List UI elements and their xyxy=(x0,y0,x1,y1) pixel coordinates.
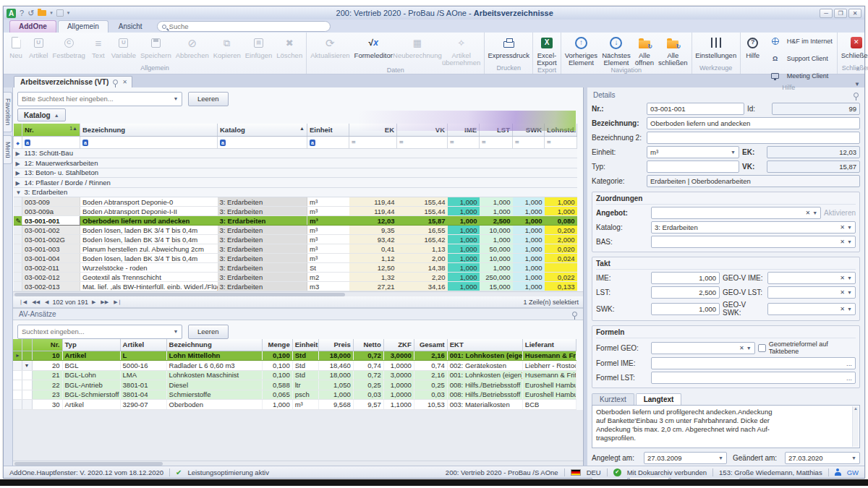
cell-ek[interactable]: 27,21 xyxy=(349,282,397,291)
av-column-header-lieferant[interactable]: Lieferant xyxy=(522,339,576,351)
cell-einheit[interactable]: m³ xyxy=(307,207,349,216)
ribbon-button-expressdruck[interactable]: Expressdruck xyxy=(486,33,531,64)
cell-bezeichnung[interactable]: Boden lösen, laden BK 3/4 T bis 0,4m xyxy=(80,235,218,244)
collapse-icon[interactable]: ▼ xyxy=(22,361,32,371)
combo-dropdown-icon[interactable]: ▼ xyxy=(170,329,182,334)
tab-ansicht[interactable]: Ansicht xyxy=(110,21,151,33)
ribbon-button-vorheriges-element[interactable]: ↑Vorheriges Element xyxy=(563,33,600,67)
av-cell-lieferant[interactable]: Euroshell Hamburg xyxy=(522,380,576,390)
av-cell-gesamt[interactable]: 0,03 xyxy=(414,390,447,400)
typ-field[interactable] xyxy=(647,160,739,173)
av-cell-nr[interactable]: 21 xyxy=(32,370,62,380)
folder-icon[interactable] xyxy=(38,10,46,16)
av-row-selector[interactable] xyxy=(13,370,22,380)
cell-nr[interactable]: 03-002-011 xyxy=(22,263,80,273)
langtext-textarea[interactable]: Oberboden liefern und profilgerecht ande… xyxy=(592,405,860,448)
cell-vk[interactable]: 16,55 xyxy=(397,226,448,235)
clear-search-button[interactable]: Leeren xyxy=(188,92,229,106)
row-selector[interactable] xyxy=(14,244,22,254)
pager-first-icon[interactable]: ❘◀ xyxy=(17,299,28,305)
av-cell-nr[interactable]: 22 xyxy=(32,380,62,390)
geov-swk-field[interactable]: ✕▼ xyxy=(767,303,856,315)
av-cell-nr[interactable]: 10 xyxy=(32,351,62,361)
av-cell-typ[interactable]: BGL-Lohn xyxy=(62,370,120,380)
cell-lohnstd[interactable]: 0,022 xyxy=(545,273,577,282)
tab-langtext[interactable]: Langtext xyxy=(636,393,682,405)
cell-lst[interactable]: 15,000 xyxy=(480,282,513,291)
group-row-13-beton-u-stahlbeton[interactable]: ▶13: Beton- u. Stahlbeton xyxy=(14,168,577,178)
cell-vk[interactable]: 15,87 xyxy=(397,216,448,226)
cell-einheit[interactable]: m³ xyxy=(307,254,349,263)
chevron-down-icon[interactable]: ▼ xyxy=(854,81,860,87)
av-cell-ekt[interactable]: 002: Gerätekosten xyxy=(447,361,522,371)
filter-cell-bezeichnung[interactable]: a xyxy=(80,136,218,148)
av-cell-netto[interactable]: 0,25 xyxy=(353,380,383,390)
row-selector[interactable] xyxy=(14,226,22,235)
av-row-expand[interactable] xyxy=(22,400,32,410)
refresh-icon[interactable]: ↺ xyxy=(27,9,34,17)
ribbon-small-h-f-im-internet[interactable]: H&F im Internet xyxy=(767,33,833,49)
cell-ek[interactable]: 12,03 xyxy=(349,216,397,226)
cell-katalog[interactable]: 3: Erdarbeiten xyxy=(218,273,307,282)
cell-lohnstd[interactable]: 0,080 xyxy=(545,216,577,226)
av-cell-menge[interactable]: 0,100 xyxy=(262,370,292,380)
av-cell-lieferant[interactable]: Euroshell Hamburg xyxy=(522,390,576,400)
av-column-header-netto[interactable]: Netto xyxy=(353,339,383,351)
angelegt-field[interactable]: 27.03.2009▼ xyxy=(644,452,727,464)
cell-lohnstd[interactable]: 0,133 xyxy=(545,282,577,291)
geov-lst-field[interactable]: ✕▼ xyxy=(767,286,856,299)
cell-ime[interactable]: 1,000 xyxy=(448,282,480,291)
ribbon-search[interactable] xyxy=(157,21,331,32)
cell-bezeichnung[interactable]: Boden lösen, laden BK 3/4 T bis 0,4m xyxy=(80,254,218,263)
cell-lohnstd[interactable]: 1,000 xyxy=(545,207,577,216)
pager-fast-prev-icon[interactable]: ◀◀ xyxy=(30,299,41,305)
cell-nr[interactable]: 03-001-004 xyxy=(22,254,80,263)
av-cell-netto[interactable]: 0,03 xyxy=(353,390,383,400)
cell-ime[interactable]: 1,000 xyxy=(448,244,480,254)
cell-ime[interactable]: 1,000 xyxy=(448,273,480,282)
av-row-selector[interactable] xyxy=(13,380,22,390)
cell-ek[interactable]: 1,12 xyxy=(349,254,397,263)
cell-lst[interactable]: 1,000 xyxy=(480,207,513,216)
tab-addone[interactable]: AddOne xyxy=(9,20,56,33)
av-cell-bezeichnung[interactable]: Lohnkosten Maschinist xyxy=(166,370,262,380)
ribbon-button-neu[interactable]: Neu xyxy=(5,33,27,64)
cell-einheit[interactable]: m³ xyxy=(307,226,349,235)
av-cell-bezeichnung[interactable]: Schmierstoffe xyxy=(166,390,262,400)
av-cell-nr[interactable]: 20 xyxy=(32,361,62,371)
table-row[interactable]: 03-001-002Boden lösen, laden BK 3/4 T bi… xyxy=(14,226,577,235)
cell-swk[interactable]: 1,000 xyxy=(513,235,545,244)
filter-cell-lst[interactable]: = xyxy=(480,136,513,148)
cell-nr[interactable]: 03-001-002G xyxy=(22,235,80,244)
cell-einheit[interactable]: St xyxy=(307,263,349,273)
ribbon-button-artikel-übernehmen[interactable]: ✧Artikel übernehmen xyxy=(440,33,482,67)
formel-geo-field[interactable]: ✕▼ xyxy=(651,342,755,354)
aktivieren-link[interactable]: Aktivieren xyxy=(824,209,856,217)
cell-lohnstd[interactable]: 2,000 xyxy=(545,235,577,244)
table-row[interactable]: 03-001-003Planum herstellen zul. Abweich… xyxy=(14,244,577,254)
cell-katalog[interactable]: 3: Erdarbeiten xyxy=(218,263,307,273)
av-grid-hscrollbar[interactable] xyxy=(13,461,583,466)
filter-cell-ek[interactable]: = xyxy=(349,136,397,148)
cell-bezeichnung[interactable]: Mat. lief. ,als BW-Hinterfüll. einb. Wid… xyxy=(80,282,218,291)
ribbon-button-excel-export[interactable]: XExcel-Export xyxy=(535,33,558,67)
av-cell-menge[interactable]: 0,588 xyxy=(262,380,292,390)
av-cell-netto[interactable]: 9,57 xyxy=(353,400,383,410)
cell-lst[interactable]: 50,000 xyxy=(480,244,513,254)
row-selector[interactable] xyxy=(14,197,22,207)
av-column-header-gesamt[interactable]: Gesamt xyxy=(414,339,447,351)
group-row-3-erdarbeiten[interactable]: ▼3: Erdarbeiten xyxy=(14,187,577,197)
cell-bezeichnung[interactable]: Boden Abtransport Deponie-0 xyxy=(80,197,218,207)
cell-katalog[interactable]: 3: Erdarbeiten xyxy=(218,197,307,207)
cell-ek[interactable]: 9,35 xyxy=(349,226,397,235)
ribbon-button-nächstes-element[interactable]: ↓Nächstes Element xyxy=(600,33,633,67)
tab-kurztext[interactable]: Kurztext xyxy=(592,393,634,405)
cell-bezeichnung[interactable]: Planum herstellen zul. Abweichung 2cm xyxy=(80,244,218,254)
pager-fast-next-icon[interactable]: ▶▶ xyxy=(99,299,110,305)
ribbon-button-einstellungen[interactable]: Einstellungen xyxy=(694,33,739,64)
av-table-row[interactable]: 30Artikel3290-07Oberboden1,000m³9,5689,5… xyxy=(13,400,576,410)
cell-vk[interactable]: 2,20 xyxy=(397,273,448,282)
pager-prev-icon[interactable]: ◀ xyxy=(43,299,50,305)
cell-swk[interactable]: 1,000 xyxy=(513,244,545,254)
cell-katalog[interactable]: 3: Erdarbeiten xyxy=(218,207,307,216)
